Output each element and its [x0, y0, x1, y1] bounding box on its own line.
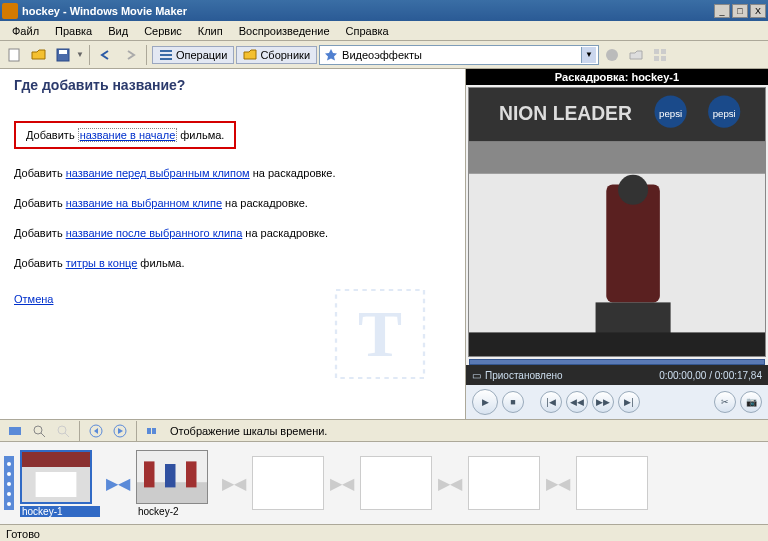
transition-slot[interactable]: ▶◀ — [546, 474, 570, 493]
link-title-begin[interactable]: название в начале — [78, 128, 178, 142]
svg-point-26 — [34, 426, 42, 434]
nav-back-icon[interactable] — [601, 44, 623, 66]
svg-line-29 — [65, 433, 69, 437]
cancel-link[interactable]: Отмена — [14, 293, 53, 305]
timeline-panel: Отображение шкалы времени. hockey-1 ▶◀ h… — [0, 419, 768, 524]
prev-button[interactable]: |◀ — [540, 391, 562, 413]
clip-thumbnail — [136, 450, 208, 504]
svg-text:pepsi: pepsi — [713, 108, 736, 119]
save-icon[interactable] — [52, 44, 74, 66]
redo-icon[interactable] — [119, 44, 141, 66]
menu-play[interactable]: Воспроизведение — [231, 23, 338, 39]
titlebar: hockey - Windows Movie Maker _ □ X — [0, 0, 768, 21]
svg-rect-5 — [160, 58, 172, 60]
play-timeline-icon[interactable] — [109, 420, 131, 442]
link-credits-end[interactable]: титры в конце — [66, 257, 138, 269]
svg-text:T: T — [358, 297, 402, 370]
empty-slot[interactable] — [468, 456, 540, 510]
svg-rect-23 — [596, 302, 671, 334]
watermark-icon: T — [325, 279, 435, 389]
undo-icon[interactable] — [95, 44, 117, 66]
clip-1[interactable]: hockey-1 — [20, 450, 100, 517]
svg-rect-47 — [186, 461, 197, 487]
storyboard[interactable]: hockey-1 ▶◀ hockey-2 ▶◀ ▶◀ ▶◀ ▶◀ — [0, 442, 768, 524]
effects-dropdown[interactable]: Видеоэффекты ▼ — [319, 45, 599, 65]
separator — [146, 45, 147, 65]
svg-rect-4 — [160, 54, 172, 56]
link-title-on-clip[interactable]: название на выбранном клипе — [66, 197, 222, 209]
menubar: Файл Правка Вид Сервис Клип Воспроизведе… — [0, 21, 768, 41]
separator — [89, 45, 90, 65]
empty-slot[interactable] — [252, 456, 324, 510]
status-text: Готово — [6, 528, 40, 540]
menu-clip[interactable]: Клип — [190, 23, 231, 39]
svg-point-28 — [58, 426, 66, 434]
zoom-in-icon[interactable] — [28, 420, 50, 442]
rewind-button[interactable]: ◀◀ — [566, 391, 588, 413]
snapshot-button[interactable]: 📷 — [740, 391, 762, 413]
svg-point-6 — [606, 49, 618, 61]
clip-2[interactable]: hockey-2 — [136, 450, 216, 517]
new-icon[interactable] — [4, 44, 26, 66]
link-title-before-clip[interactable]: название перед выбранным клипом — [66, 167, 250, 179]
preview-title: Раскадровка: hockey-1 — [466, 69, 768, 85]
svg-rect-10 — [661, 56, 666, 61]
menu-view[interactable]: Вид — [100, 23, 136, 39]
zoom-out-icon[interactable] — [52, 420, 74, 442]
svg-rect-8 — [661, 49, 666, 54]
nav-up-icon[interactable] — [625, 44, 647, 66]
timeline-view-icon[interactable] — [4, 420, 26, 442]
svg-rect-3 — [160, 50, 172, 52]
open-icon[interactable] — [28, 44, 50, 66]
menu-help[interactable]: Справка — [338, 23, 397, 39]
separator — [136, 421, 137, 441]
next-button[interactable]: ▶| — [618, 391, 640, 413]
highlighted-option: Добавить название в начале фильма. — [14, 121, 236, 149]
maximize-button[interactable]: □ — [732, 4, 748, 18]
svg-rect-41 — [22, 452, 90, 467]
chevron-down-icon[interactable]: ▼ — [581, 47, 596, 63]
page-title: Где добавить название? — [14, 77, 451, 93]
status-text: Приостановлено — [485, 370, 563, 381]
forward-button[interactable]: ▶▶ — [592, 391, 614, 413]
rewind-timeline-icon[interactable] — [85, 420, 107, 442]
svg-rect-9 — [654, 56, 659, 61]
svg-text:NION LEADER: NION LEADER — [499, 103, 632, 124]
tasks-button[interactable]: Операции — [152, 46, 234, 64]
close-button[interactable]: X — [750, 4, 766, 18]
empty-slot[interactable] — [576, 456, 648, 510]
svg-rect-20 — [469, 142, 765, 174]
timeline-label: Отображение шкалы времени. — [170, 425, 327, 437]
svg-rect-24 — [469, 332, 765, 356]
svg-point-37 — [7, 482, 11, 486]
monitor-icon: ▭ — [472, 370, 481, 381]
empty-slot[interactable] — [360, 456, 432, 510]
stop-button[interactable]: ■ — [502, 391, 524, 413]
clip-thumbnail — [20, 450, 92, 504]
storyboard-icon[interactable] — [142, 420, 164, 442]
timeline-toolbar: Отображение шкалы времени. — [0, 420, 768, 442]
minimize-button[interactable]: _ — [714, 4, 730, 18]
clip-label: hockey-1 — [20, 506, 100, 517]
split-button[interactable]: ✂ — [714, 391, 736, 413]
status-bar: Готово — [0, 524, 768, 541]
transition-slot[interactable]: ▶◀ — [222, 474, 246, 493]
preview-video[interactable]: NION LEADER pepsi pepsi — [468, 87, 766, 357]
view-icon[interactable] — [649, 44, 671, 66]
toolbar: ▼ Операции Сборники Видеоэффекты ▼ — [0, 41, 768, 69]
transition-slot[interactable]: ▶◀ — [438, 474, 462, 493]
svg-rect-32 — [147, 428, 151, 434]
transition-icon[interactable]: ▶◀ — [106, 474, 130, 493]
svg-point-35 — [7, 462, 11, 466]
play-button[interactable]: ▶ — [472, 389, 498, 415]
collections-button[interactable]: Сборники — [236, 46, 317, 64]
transition-slot[interactable]: ▶◀ — [330, 474, 354, 493]
menu-edit[interactable]: Правка — [47, 23, 100, 39]
link-title-after-clip[interactable]: название после выбранного клипа — [66, 227, 243, 239]
dropdown-arrow-icon[interactable]: ▼ — [76, 50, 84, 59]
preview-status-bar: ▭Приостановлено 0:00:00,00 / 0:00:17,84 — [466, 365, 768, 385]
preview-pane: Раскадровка: hockey-1 NION LEADER pepsi … — [466, 69, 768, 419]
menu-file[interactable]: Файл — [4, 23, 47, 39]
svg-point-36 — [7, 472, 11, 476]
menu-tools[interactable]: Сервис — [136, 23, 190, 39]
